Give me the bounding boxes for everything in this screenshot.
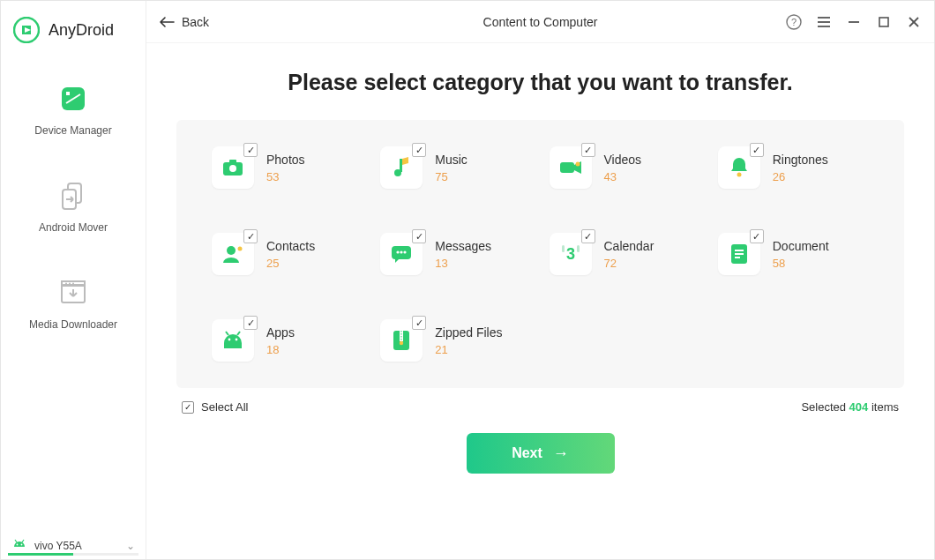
select-all-checkbox[interactable]: Select All bbox=[182, 400, 248, 414]
help-icon[interactable]: ? bbox=[786, 14, 802, 30]
svg-rect-42 bbox=[562, 245, 565, 252]
category-count: 43 bbox=[604, 170, 642, 183]
sidebar-item-label: Device Manager bbox=[34, 124, 111, 137]
category-grid: Photos 53 Music 75 bbox=[212, 146, 869, 362]
category-count: 72 bbox=[604, 257, 654, 270]
category-label: Apps bbox=[266, 325, 295, 340]
device-storage-bar bbox=[8, 553, 138, 556]
page-title: Content to Computer bbox=[483, 15, 598, 29]
selected-summary: Selected 404 items bbox=[801, 400, 899, 414]
svg-rect-30 bbox=[560, 162, 574, 173]
svg-point-35 bbox=[238, 247, 243, 251]
device-manager-icon bbox=[56, 82, 90, 116]
category-checkbox[interactable] bbox=[581, 143, 595, 157]
svg-rect-21 bbox=[879, 18, 888, 26]
svg-text:?: ? bbox=[791, 17, 797, 27]
app-logo-icon bbox=[13, 17, 40, 43]
sidebar-item-media-downloader[interactable]: Media Downloader bbox=[29, 276, 117, 331]
apps-icon bbox=[212, 319, 254, 362]
category-music[interactable]: Music 75 bbox=[380, 146, 531, 189]
menu-icon[interactable] bbox=[816, 14, 832, 30]
category-contacts[interactable]: Contacts 25 bbox=[212, 233, 363, 275]
svg-line-13 bbox=[15, 540, 17, 542]
svg-point-34 bbox=[227, 246, 236, 255]
category-count: 75 bbox=[435, 170, 468, 183]
android-mover-icon bbox=[56, 179, 90, 213]
category-label: Videos bbox=[604, 153, 642, 167]
checkbox-icon bbox=[182, 401, 194, 414]
category-checkbox[interactable] bbox=[243, 143, 258, 157]
selected-suffix: items bbox=[871, 400, 899, 414]
svg-point-38 bbox=[397, 250, 400, 253]
svg-rect-43 bbox=[577, 245, 580, 252]
minimize-button[interactable] bbox=[846, 14, 862, 30]
category-zipped-files[interactable]: Zipped Files 21 bbox=[380, 319, 531, 362]
category-ringtones[interactable]: Ringtones 26 bbox=[718, 146, 869, 189]
category-checkbox[interactable] bbox=[243, 316, 258, 330]
svg-point-10 bbox=[72, 283, 74, 285]
svg-line-51 bbox=[237, 332, 240, 335]
category-checkbox[interactable] bbox=[412, 143, 426, 157]
svg-point-26 bbox=[229, 165, 236, 172]
svg-rect-25 bbox=[229, 160, 236, 164]
category-count: 21 bbox=[435, 343, 502, 356]
category-panel: Photos 53 Music 75 bbox=[176, 120, 904, 388]
category-checkbox[interactable] bbox=[243, 229, 258, 243]
document-icon bbox=[718, 233, 760, 275]
media-downloader-icon bbox=[56, 276, 90, 310]
select-all-label: Select All bbox=[201, 400, 248, 414]
device-name: vivo Y55A bbox=[34, 540, 119, 552]
sidebar-item-device-manager[interactable]: Device Manager bbox=[34, 82, 111, 137]
category-calendar[interactable]: 3 Calendar 72 bbox=[550, 233, 700, 275]
category-checkbox[interactable] bbox=[581, 229, 595, 243]
category-apps[interactable]: Apps 18 bbox=[212, 319, 363, 362]
svg-point-9 bbox=[69, 283, 71, 285]
content: Please select category that you want to … bbox=[146, 43, 934, 559]
selection-bar: Select All Selected 404 items bbox=[176, 388, 904, 414]
videos-icon bbox=[550, 146, 592, 189]
music-icon bbox=[380, 146, 423, 189]
category-document[interactable]: Document 58 bbox=[718, 233, 869, 275]
sidebar-item-android-mover[interactable]: Android Mover bbox=[39, 179, 108, 234]
svg-point-8 bbox=[65, 283, 67, 285]
category-checkbox[interactable] bbox=[750, 143, 764, 157]
svg-point-39 bbox=[400, 250, 403, 253]
svg-point-11 bbox=[17, 544, 19, 546]
heading: Please select category that you want to … bbox=[176, 70, 904, 95]
category-label: Messages bbox=[435, 239, 491, 253]
svg-point-55 bbox=[400, 341, 403, 345]
window-controls: ? bbox=[786, 14, 922, 30]
topbar: Back Content to Computer ? bbox=[146, 1, 934, 43]
sidebar-items: Device Manager Android Mover Media Downl… bbox=[1, 63, 146, 331]
category-checkbox[interactable] bbox=[750, 229, 764, 243]
sidebar: AnyDroid Device Manager Android Mover Me… bbox=[1, 1, 146, 559]
category-label: Zipped Files bbox=[435, 325, 502, 340]
category-label: Document bbox=[773, 239, 829, 253]
zipped-files-icon bbox=[380, 319, 423, 362]
svg-marker-37 bbox=[395, 258, 400, 263]
category-checkbox[interactable] bbox=[412, 229, 426, 243]
svg-point-40 bbox=[404, 250, 407, 253]
photos-icon bbox=[212, 146, 254, 189]
selected-count: 404 bbox=[849, 400, 869, 414]
svg-line-50 bbox=[226, 332, 228, 335]
sidebar-item-label: Media Downloader bbox=[29, 318, 117, 331]
svg-line-14 bbox=[22, 540, 24, 542]
svg-point-33 bbox=[737, 173, 741, 177]
close-button[interactable] bbox=[906, 14, 922, 30]
category-count: 53 bbox=[266, 170, 305, 183]
messages-icon bbox=[380, 233, 423, 275]
category-count: 18 bbox=[266, 343, 295, 356]
next-button[interactable]: Next → bbox=[467, 433, 615, 474]
back-button[interactable]: Back bbox=[159, 15, 209, 29]
category-photos[interactable]: Photos 53 bbox=[212, 146, 363, 189]
category-label: Ringtones bbox=[773, 153, 828, 167]
category-count: 13 bbox=[435, 257, 491, 270]
category-checkbox[interactable] bbox=[412, 316, 426, 330]
svg-rect-3 bbox=[66, 92, 70, 95]
category-messages[interactable]: Messages 13 bbox=[380, 233, 531, 275]
category-videos[interactable]: Videos 43 bbox=[550, 146, 700, 189]
arrow-left-icon bbox=[159, 16, 175, 28]
maximize-button[interactable] bbox=[876, 14, 892, 30]
svg-point-48 bbox=[228, 339, 231, 341]
